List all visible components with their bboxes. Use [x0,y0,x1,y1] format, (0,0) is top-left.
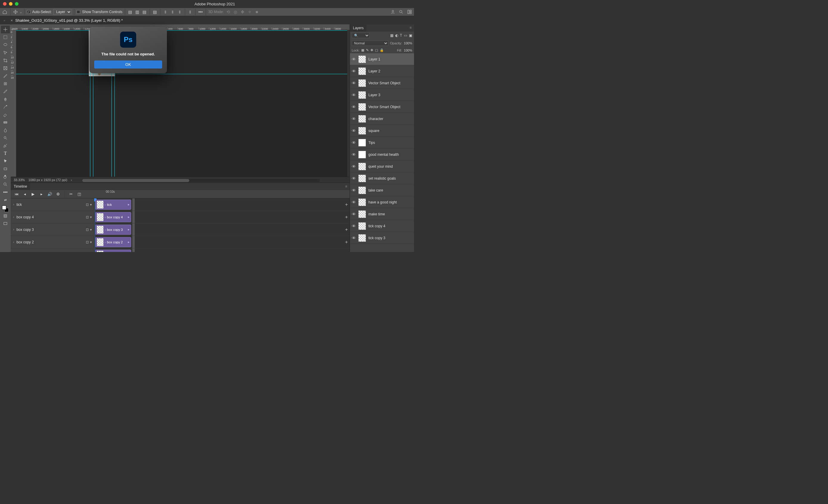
lasso-tool[interactable] [1,41,10,49]
canvas[interactable]: Ps The file could not be opened. OK [16,30,347,177]
blur-tool[interactable] [1,126,10,134]
chevron-right-icon[interactable]: › [105,240,106,244]
visibility-icon[interactable]: 👁 [352,93,356,97]
chevron-right-icon[interactable]: › [13,203,14,206]
layer-row[interactable]: 👁Layer 2 [350,65,414,77]
filter-smart-icon[interactable]: ▣ [409,33,412,38]
layer-name[interactable]: Tips [368,141,375,145]
timeline-clip[interactable]: ›tick▸ [95,199,131,210]
show-transform-checkbox[interactable] [77,10,80,14]
filter-adjust-icon[interactable]: ◐ [395,33,398,38]
distribute-h-icon[interactable]: ⦀ [163,9,168,14]
tab-close-icon[interactable]: × [11,18,13,22]
layer-row[interactable]: 👁tick copy 3 [350,232,414,244]
distribute-center-icon[interactable]: ⦀ [170,9,175,14]
swap-colors-icon[interactable]: ⇄ [1,196,10,204]
maximize-window-icon[interactable] [15,2,18,6]
timeline-tracks[interactable]: ›tick▸+›box copy 4▸+›box copy 3▸+›box co… [94,198,349,252]
hand-tool[interactable] [1,173,10,181]
clip-transition-icon[interactable]: ▸ [128,215,130,219]
align-right-icon[interactable]: ▤ [142,9,147,14]
timeline-clip[interactable]: ›box copy 3▸ [95,225,131,235]
layer-name[interactable]: take care [368,188,383,192]
eraser-tool[interactable] [1,111,10,119]
type-tool[interactable]: T [1,149,10,157]
layer-thumbnail[interactable] [358,234,366,242]
timeline-track[interactable]: ›box copy▸+ [94,248,349,252]
eyedropper-tool[interactable] [1,72,10,80]
screen-mode-icon[interactable] [1,220,10,228]
layer-row[interactable]: 👁character [350,113,414,125]
audio-mute-icon[interactable]: 🔊 [47,191,52,197]
quick-mask-icon[interactable] [1,212,10,220]
fill-value[interactable]: 100% [404,49,412,52]
distribute-spacing-icon[interactable]: ⦀ [188,9,193,14]
add-media-icon[interactable]: + [345,202,348,207]
visibility-icon[interactable]: 👁 [352,81,356,86]
timeline-ruler[interactable]: 00:10s [85,190,347,195]
track-type-icon[interactable]: ⊡ [86,202,89,207]
layer-name[interactable]: Layer 3 [368,93,380,97]
brush-tool[interactable] [1,88,10,95]
timeline-track[interactable]: ›box copy 3▸+ [94,223,349,236]
transition-icon[interactable]: ◫ [77,191,82,197]
visibility-icon[interactable]: 👁 [352,128,356,133]
chevron-right-icon[interactable]: › [105,215,106,219]
layer-row[interactable]: 👁good mental health [350,149,414,161]
lock-artboard-icon[interactable]: ▢ [375,48,378,52]
chevron-right-icon[interactable]: › [105,203,106,207]
add-media-icon[interactable]: + [345,252,348,252]
visibility-icon[interactable]: 👁 [352,188,356,193]
timeline-track-row[interactable]: ›box copy 2⊡▾ [11,236,94,248]
spot-heal-tool[interactable] [1,80,10,88]
document-tab[interactable]: × Shaklee_Oct10_IGStory_v01.psd @ 33.3% … [7,17,126,24]
timeline-track-row[interactable]: ›box copy⊡▾ [11,248,94,252]
layer-thumbnail[interactable] [358,127,366,135]
split-clip-icon[interactable]: ✂ [68,191,74,197]
timeline-track-row[interactable]: ›tick⊡▾ [11,198,94,211]
move-tool[interactable] [1,26,10,33]
layer-row[interactable]: 👁square [350,125,414,137]
clone-stamp-tool[interactable] [1,95,10,103]
layer-row[interactable]: 👁take care [350,184,414,196]
align-left-icon[interactable]: ▤ [128,9,133,14]
timeline-clip[interactable]: ›box copy▸ [95,249,131,252]
chevron-down-icon[interactable]: ▾ [90,215,92,219]
auto-select-checkbox[interactable] [27,10,30,14]
color-swatches[interactable] [2,205,9,212]
zoom-tool[interactable] [1,181,10,188]
add-media-icon[interactable]: + [345,215,348,220]
filter-shape-icon[interactable]: ▭ [404,33,407,38]
filter-pixel-icon[interactable]: ▦ [390,33,394,38]
layers-tab[interactable]: Layers [350,25,367,32]
tab-handle-icon[interactable]: » [4,19,5,22]
layer-row[interactable]: 👁set realistic goals [350,173,414,184]
layer-name[interactable]: queit your mind [368,165,393,169]
layer-name[interactable]: tick copy 3 [368,236,385,240]
visibility-icon[interactable]: 👁 [352,152,356,157]
chevron-down-icon[interactable]: ▾ [90,202,92,207]
timeline-track[interactable]: ›box copy 2▸+ [94,236,349,248]
timeline-track-row[interactable]: ›box copy 3⊡▾ [11,223,94,236]
layer-row[interactable]: 👁Tips [350,137,414,149]
go-to-first-frame-icon[interactable]: ⏮ [14,191,19,197]
layer-name[interactable]: set realistic goals [368,176,396,181]
layer-name[interactable]: Vector Smart Object [368,81,400,85]
canvas-hscroll[interactable] [82,179,320,182]
layer-name[interactable]: Vector Smart Object [368,105,400,109]
add-media-icon[interactable]: + [345,239,348,245]
layer-row[interactable]: 👁Vector Smart Object [350,101,414,113]
layer-row[interactable]: 👁queit your mind [350,161,414,173]
chevron-right-icon[interactable]: › [13,215,14,219]
chevron-down-icon[interactable]: ▾ [90,240,92,244]
clip-transition-icon[interactable]: ▸ [128,202,130,207]
lock-position-icon[interactable]: ✥ [371,48,373,52]
blend-mode-select[interactable]: Normal [352,41,388,46]
layer-thumbnail[interactable] [358,91,366,99]
close-window-icon[interactable] [3,2,7,6]
layer-thumbnail[interactable] [358,79,366,87]
layer-name[interactable]: have a good night [368,200,397,204]
layer-name[interactable]: square [368,129,379,133]
align-top-icon[interactable]: ▤ [152,9,158,14]
marquee-tool[interactable] [1,33,10,41]
